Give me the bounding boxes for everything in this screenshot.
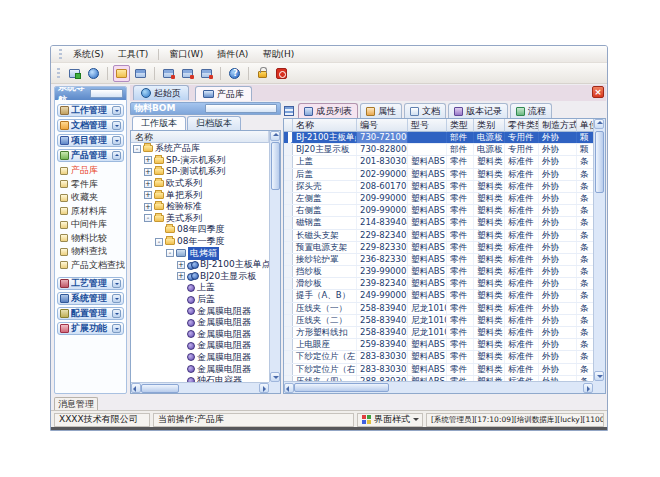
expand-plus-icon[interactable]: + [144, 156, 152, 164]
tree-column-header[interactable]: 名称 [131, 131, 269, 143]
exit-icon[interactable] [273, 65, 290, 82]
tree-node[interactable]: +BJ20主显示板 [131, 271, 269, 283]
tree-node[interactable]: 独石电容器 [131, 375, 269, 382]
table-row[interactable]: 提手（A、B）249-990001-01X塑料ABS零件塑料类标准件外协条 [284, 290, 593, 302]
tab-成员列表[interactable]: 成员列表 [298, 103, 358, 118]
table-row[interactable]: 上盖201-830302-00X塑料ABS零件塑料类标准件外协条 [284, 156, 593, 168]
table-row[interactable]: 上电眼座259-839403-00X塑料ABS零件塑料类标准件外协条 [284, 339, 593, 351]
tree-node[interactable]: 后盖 [131, 294, 269, 306]
folder-view-icon[interactable] [113, 65, 130, 82]
scroll-up-icon[interactable] [270, 131, 280, 141]
tree-node[interactable]: +SP-演示机系列 [131, 155, 269, 167]
menu-item-4[interactable]: 帮助(H) [255, 47, 301, 62]
window-prev-icon[interactable] [179, 65, 196, 82]
tree-node[interactable]: +BJ-2100主板单点 [131, 259, 269, 271]
column-header-编号[interactable]: 编号 [357, 119, 408, 132]
column-header-类型[interactable]: 类型 [447, 119, 474, 132]
tree-node[interactable]: +检验标准 [131, 201, 269, 213]
sidebar-section-文档管理[interactable]: 文档管理 [57, 119, 124, 132]
tree-node[interactable]: -电烤箱 [131, 247, 269, 259]
table-row[interactable]: 挡纱板239-990001-01X塑料ABS零件塑料类标准件外协条 [284, 266, 593, 278]
scroll-right-icon[interactable] [259, 383, 269, 393]
tree-node[interactable]: +欧式系列 [131, 178, 269, 190]
sidebar-section-工作管理[interactable]: 工作管理 [57, 104, 124, 117]
sidebar-section-扩展功能[interactable]: 扩展功能 [57, 322, 124, 335]
window-next-icon[interactable] [198, 65, 215, 82]
window-close-icon[interactable] [160, 65, 177, 82]
column-header-制造方式[interactable]: 制造方式 [539, 119, 577, 132]
sidebar-item-物料比较[interactable]: 物料比较 [60, 232, 125, 246]
layout-icon[interactable] [132, 65, 149, 82]
sidebar-options-button[interactable] [90, 89, 124, 98]
table-row[interactable]: 压线夹（二）258-839402-00X尼龙1010零件塑料类标准件外协条 [284, 315, 593, 327]
expand-plus-icon[interactable]: + [144, 168, 152, 176]
sidebar-item-零件库[interactable]: 零件库 [60, 178, 125, 192]
tab-流程[interactable]: 流程 [510, 103, 552, 118]
table-row[interactable]: 右侧盖209-990002-01X塑料ABS零件塑料类标准件外协条 [284, 205, 593, 217]
sidebar-item-收藏夹[interactable]: 收藏夹 [60, 191, 125, 205]
sidebar-item-物料查找[interactable]: 物料查找 [60, 245, 125, 259]
tab-版本记录[interactable]: 版本记录 [448, 103, 508, 118]
collapse-minus-icon[interactable]: - [155, 238, 163, 246]
tree-node[interactable]: 上盖 [131, 282, 269, 294]
tree-horizontal-scrollbar[interactable] [131, 382, 269, 393]
chevron-down-icon[interactable] [112, 121, 121, 130]
sidebar-item-中间件库[interactable]: 中间件库 [60, 218, 125, 232]
table-row[interactable]: 下纱定位片（左）283-830301-00X塑料ABS零件塑料类标准件外协条 [284, 351, 593, 363]
sidebar-section-项目管理[interactable]: 项目管理 [57, 134, 124, 147]
table-row[interactable]: 下纱定位片（右）283-830302-00X塑料ABS零件塑料类标准件外协条 [284, 364, 593, 376]
tab-archived-version[interactable]: 归档版本 [187, 116, 241, 130]
bom-panel-menu-button[interactable] [205, 104, 278, 113]
scroll-left-icon[interactable] [284, 383, 294, 393]
scroll-left-icon[interactable] [131, 383, 141, 393]
grid-hscroll-thumb[interactable] [294, 383, 389, 392]
table-row[interactable]: 方形塑料线扣258-839403-00X尼龙1010零件塑料类标准件外协条 [284, 327, 593, 339]
tree-node[interactable]: -系统产品库 [131, 143, 269, 155]
tree-node[interactable]: 金属膜电阻器 [131, 329, 269, 341]
tree-node[interactable]: -08年一季度 [131, 236, 269, 248]
tree-vscroll-thumb[interactable] [271, 142, 280, 190]
menu-item-2[interactable]: 窗口(W) [162, 47, 210, 62]
collapse-minus-icon[interactable]: - [133, 145, 141, 153]
tree-node[interactable]: +SP-测试机系列 [131, 166, 269, 178]
table-row[interactable]: BJ-2100主板单点730-721000-12X部件电源板专用件外协颗 [284, 132, 593, 144]
computer-icon[interactable] [66, 65, 83, 82]
tab-working-version[interactable]: 工作版本 [132, 116, 186, 130]
tree-vertical-scrollbar[interactable] [269, 131, 280, 382]
tree-node[interactable]: 金属膜电阻器 [131, 317, 269, 329]
chevron-down-icon[interactable] [112, 309, 121, 318]
tab-文档[interactable]: 文档 [404, 103, 446, 118]
sidebar-section-配置管理[interactable]: 配置管理 [57, 307, 124, 320]
collapse-minus-icon[interactable]: - [144, 214, 152, 222]
chevron-up-icon[interactable] [112, 151, 121, 160]
tab-message-management[interactable]: 消息管理 [54, 397, 98, 410]
help-icon[interactable] [226, 65, 243, 82]
column-header-类别[interactable]: 类别 [474, 119, 505, 132]
lock-icon[interactable] [254, 65, 271, 82]
globe-icon[interactable] [85, 65, 102, 82]
tree-hscroll-thumb[interactable] [141, 384, 179, 393]
menu-item-0[interactable]: 系统(S) [66, 47, 111, 62]
table-row[interactable]: 接纱轮护罩236-823301-00X塑料ABS零件塑料类标准件外协条 [284, 254, 593, 266]
sidebar-section-系统管理[interactable]: 系统管理 [57, 292, 124, 305]
expand-plus-icon[interactable]: + [144, 203, 152, 211]
grid-vscroll-thumb[interactable] [595, 131, 604, 193]
chevron-down-icon[interactable] [112, 324, 121, 333]
table-row[interactable]: 压线夹（一）258-839401-00X尼龙1010零件塑料类标准件外协条 [284, 303, 593, 315]
tree-node[interactable]: 金属膜电阻器 [131, 340, 269, 352]
ui-style-selector[interactable]: 界面样式 [357, 413, 423, 427]
column-header-名称[interactable]: 名称 [293, 119, 357, 132]
sidebar-item-产品文档查找[interactable]: 产品文档查找 [60, 259, 125, 273]
grid-selector-header[interactable] [284, 119, 293, 132]
expand-plus-icon[interactable]: + [144, 191, 152, 199]
expand-plus-icon[interactable]: + [144, 180, 152, 188]
scroll-up-icon[interactable] [594, 119, 604, 129]
table-row[interactable]: 预置电源支架229-823302-00X塑料ABS零件塑料类标准件外协条 [284, 242, 593, 254]
expand-plus-icon[interactable]: + [177, 261, 185, 269]
menu-item-3[interactable]: 插件(A) [210, 47, 255, 62]
tree-node[interactable]: -美式系列 [131, 213, 269, 225]
table-row[interactable]: 滑纱板239-823401-00X塑料ABS零件塑料类标准件外协条 [284, 278, 593, 290]
table-row[interactable]: 磁钢盖214-839404-01X塑料ABS零件塑料类标准件外协条 [284, 217, 593, 229]
tab-product-library[interactable]: 产品库 [195, 86, 252, 101]
tree-node[interactable]: 金属膜电阻器 [131, 305, 269, 317]
